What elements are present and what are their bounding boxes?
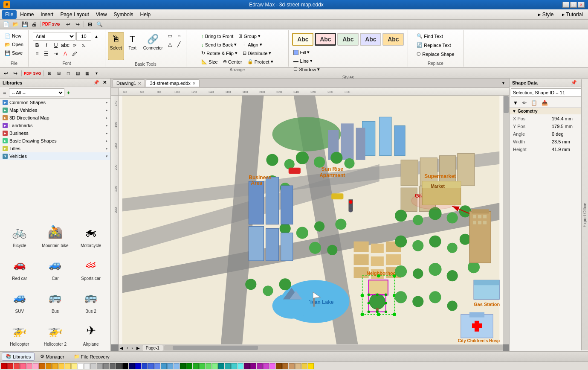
page-nav-left[interactable]: ◀ — [119, 346, 125, 350]
shape-mountain-bike[interactable]: 🚵 Mountain bike — [38, 219, 72, 250]
menu-file[interactable]: File — [2, 10, 17, 19]
shape-sports-car[interactable]: 🏎 Sports car — [74, 252, 108, 283]
color-teal-2[interactable] — [225, 363, 231, 369]
style-box-4[interactable]: Abc — [360, 33, 381, 46]
rotate-flip-btn[interactable]: ↻ Rotate & Flip ▾ — [199, 49, 240, 57]
color-sky-2[interactable] — [167, 363, 173, 369]
shape-bicycle[interactable]: 🚲 Bicycle — [3, 219, 37, 250]
color-green-1[interactable] — [186, 363, 192, 369]
shape-helicopter[interactable]: 🚁 Helicopter — [3, 318, 37, 349]
h-scroll-thumb[interactable] — [173, 346, 258, 350]
color-magenta[interactable] — [269, 363, 275, 369]
color-teal-1[interactable] — [218, 363, 224, 369]
qa-pdf[interactable]: PDF — [42, 20, 51, 28]
line-tool[interactable]: ╱ — [175, 41, 183, 48]
color-cyan[interactable] — [238, 363, 243, 369]
distribute-btn[interactable]: ⊟ Distribute ▾ — [240, 49, 273, 57]
tb-svg[interactable]: SVG — [33, 70, 41, 77]
color-gray-3[interactable] — [97, 363, 103, 369]
btn-save-file[interactable]: 💾 Save — [3, 49, 26, 57]
color-gold-2[interactable] — [308, 363, 314, 369]
color-sky-3[interactable] — [174, 363, 180, 369]
list-btn[interactable]: ☰ — [42, 50, 51, 58]
color-purple-1[interactable] — [244, 363, 250, 369]
doc-nav-btn[interactable]: ▾ — [499, 79, 507, 87]
sp-export-btn[interactable]: 📋 — [529, 99, 539, 107]
lib-add-btn[interactable]: + — [65, 89, 72, 97]
page-nav-prev[interactable]: ‹ — [125, 346, 129, 350]
shape-motorcycle[interactable]: 🏍 Motorcycle — [74, 219, 108, 250]
shape-id-select[interactable]: Selection, Shape ID = 11 — [511, 88, 587, 97]
size-btn[interactable]: 📐 Size — [199, 58, 220, 66]
scrollbar-v-thumb[interactable] — [504, 96, 509, 113]
color-teal-3[interactable] — [231, 363, 237, 369]
color-blue-4[interactable] — [154, 363, 160, 369]
connector-tool-button[interactable]: 🔗 Connector — [141, 32, 165, 60]
align-left-btn[interactable]: ≡ — [33, 50, 41, 58]
bottom-tab-file-recovery[interactable]: 📁 File Recovery — [70, 353, 113, 361]
shape-airplane[interactable]: ✈ Airplane — [74, 318, 108, 349]
page-nav-right[interactable]: ▶ — [135, 346, 141, 350]
color-pink-1[interactable] — [20, 363, 26, 369]
restore-button[interactable]: □ — [570, 2, 577, 8]
qa-zoom[interactable]: 🔍 — [95, 20, 104, 28]
doc-tab-streetmap[interactable]: 3d-street-map.eddx ✕ — [146, 79, 199, 87]
menu-view[interactable]: View — [93, 10, 110, 19]
color-orange-1[interactable] — [39, 363, 45, 369]
color-green-3[interactable] — [199, 363, 205, 369]
font-size-input[interactable] — [76, 32, 91, 41]
shape-suv[interactable]: 🚙 SUV — [3, 285, 37, 316]
color-gold-1[interactable] — [301, 363, 307, 369]
sp-filter-btn[interactable]: ▼ — [511, 99, 520, 107]
tb-zoom-down[interactable]: ▾ — [92, 70, 101, 77]
qa-svg[interactable]: SVG — [52, 20, 60, 28]
lib-expand-btn[interactable]: ≡ — [1, 89, 8, 97]
shape-data-pin-btn[interactable]: 📌 — [570, 80, 578, 85]
drawing-area[interactable]: Civan Lake — [119, 96, 503, 344]
sp-import-btn[interactable]: 📥 — [540, 99, 550, 107]
subscript-button[interactable]: x₂ — [80, 41, 88, 49]
color-red-2[interactable] — [7, 363, 13, 369]
bottom-tab-libraries[interactable]: 📚 Libraries — [2, 353, 35, 361]
close-button[interactable]: ✕ — [578, 2, 585, 8]
color-pink-3[interactable] — [33, 363, 39, 369]
color-gray-4[interactable] — [103, 363, 109, 369]
rect-tool[interactable]: ▭ — [166, 32, 174, 40]
color-black[interactable] — [122, 363, 128, 369]
qa-grid[interactable]: ⊞ — [86, 20, 94, 28]
shape-helicopter2[interactable]: 🚁 Helicopter 2 — [38, 318, 72, 349]
qa-new[interactable]: 📄 — [2, 20, 10, 28]
shape-car[interactable]: 🚙 Car — [38, 252, 72, 283]
menu-home[interactable]: Home — [17, 10, 37, 19]
color-brown-2[interactable] — [282, 363, 288, 369]
doc-tab-drawing1[interactable]: Drawing1 ✕ — [113, 79, 145, 87]
color-white[interactable] — [78, 363, 84, 369]
tb-view3[interactable]: ▦ — [83, 70, 91, 77]
color-pink-2[interactable] — [26, 363, 32, 369]
style-box-1[interactable]: Abc — [292, 33, 313, 46]
lib-item-basic-drawing[interactable]: ▸ Basic Drawing Shapes ▸ — [0, 137, 110, 145]
qa-open[interactable]: 📂 — [11, 20, 20, 28]
color-gray-6[interactable] — [116, 363, 122, 369]
doc-tab-streetmap-close[interactable]: ✕ — [192, 81, 196, 86]
minimize-button[interactable]: ─ — [562, 2, 569, 8]
line-btn[interactable]: Line ▾ — [291, 57, 322, 65]
center-btn[interactable]: ⊕ Center — [221, 58, 244, 66]
shape-bus[interactable]: 🚌 Bus — [38, 285, 72, 316]
doc-tab-drawing1-close[interactable]: ✕ — [138, 81, 141, 86]
shadow-btn[interactable]: ☐ Shadow ▾ — [291, 65, 322, 73]
lib-item-common[interactable]: ▸ Common Shapes ▸ — [0, 99, 110, 106]
bold-button[interactable]: B — [33, 41, 41, 49]
menu-insert[interactable]: Insert — [37, 10, 57, 19]
font-family-select[interactable]: Arial — [33, 32, 75, 41]
qa-undo[interactable]: ↩ — [64, 20, 72, 28]
scrollbar-vertical[interactable] — [503, 96, 509, 344]
color-orange-2[interactable] — [46, 363, 52, 369]
color-gray-5[interactable] — [110, 363, 116, 369]
color-blue-1[interactable] — [135, 363, 141, 369]
triangle-tool[interactable]: △ — [166, 41, 174, 48]
menu-symbols[interactable]: Symbols — [110, 10, 137, 19]
font-color-btn[interactable]: A — [61, 50, 70, 58]
page-nav-next[interactable]: › — [130, 346, 134, 350]
color-sky-1[interactable] — [161, 363, 167, 369]
